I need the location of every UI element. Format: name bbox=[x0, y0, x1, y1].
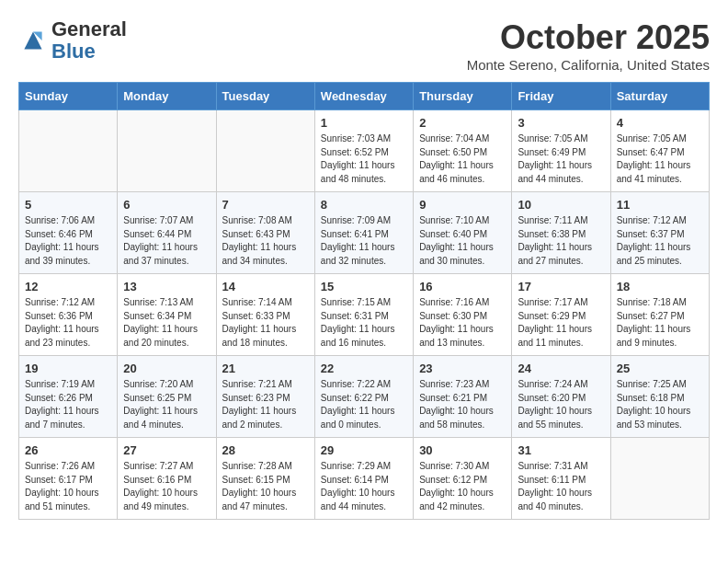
day-info: Sunrise: 7:21 AM Sunset: 6:23 PM Dayligh… bbox=[222, 378, 309, 431]
day-number: 19 bbox=[25, 362, 111, 375]
table-row: 7Sunrise: 7:08 AM Sunset: 6:43 PM Daylig… bbox=[216, 192, 314, 274]
table-row: 9Sunrise: 7:10 AM Sunset: 6:40 PM Daylig… bbox=[414, 192, 512, 274]
day-number: 28 bbox=[222, 443, 309, 457]
table-row: 12Sunrise: 7:12 AM Sunset: 6:36 PM Dayli… bbox=[19, 274, 118, 356]
day-info: Sunrise: 7:05 AM Sunset: 6:47 PM Dayligh… bbox=[617, 132, 703, 186]
day-info: Sunrise: 7:31 AM Sunset: 6:11 PM Dayligh… bbox=[518, 460, 604, 513]
day-info: Sunrise: 7:27 AM Sunset: 6:16 PM Dayligh… bbox=[123, 460, 210, 513]
month-title: October 2025 bbox=[467, 18, 710, 57]
day-info: Sunrise: 7:18 AM Sunset: 6:27 PM Dayligh… bbox=[617, 296, 703, 350]
day-info: Sunrise: 7:16 AM Sunset: 6:30 PM Dayligh… bbox=[419, 296, 506, 350]
day-info: Sunrise: 7:08 AM Sunset: 6:43 PM Dayligh… bbox=[222, 214, 309, 268]
table-row: 8Sunrise: 7:09 AM Sunset: 6:41 PM Daylig… bbox=[314, 192, 413, 274]
day-number: 8 bbox=[321, 198, 407, 212]
table-row: 15Sunrise: 7:15 AM Sunset: 6:31 PM Dayli… bbox=[314, 274, 413, 356]
day-number: 31 bbox=[518, 443, 604, 457]
table-row: 27Sunrise: 7:27 AM Sunset: 6:16 PM Dayli… bbox=[118, 438, 216, 520]
day-number: 10 bbox=[518, 198, 604, 212]
day-info: Sunrise: 7:09 AM Sunset: 6:41 PM Dayligh… bbox=[321, 214, 407, 268]
table-row: 6Sunrise: 7:07 AM Sunset: 6:44 PM Daylig… bbox=[118, 192, 216, 274]
day-info: Sunrise: 7:22 AM Sunset: 6:22 PM Dayligh… bbox=[321, 378, 407, 431]
day-info: Sunrise: 7:30 AM Sunset: 6:12 PM Dayligh… bbox=[419, 460, 506, 513]
day-number: 18 bbox=[617, 280, 703, 293]
day-number: 15 bbox=[321, 280, 407, 293]
table-row bbox=[610, 438, 709, 520]
day-number: 30 bbox=[419, 443, 506, 457]
day-number: 22 bbox=[321, 362, 407, 375]
day-info: Sunrise: 7:25 AM Sunset: 6:18 PM Dayligh… bbox=[617, 378, 703, 431]
table-row: 14Sunrise: 7:14 AM Sunset: 6:33 PM Dayli… bbox=[216, 274, 314, 356]
col-friday: Friday bbox=[512, 83, 610, 110]
day-number: 14 bbox=[222, 280, 309, 293]
table-row bbox=[118, 110, 216, 192]
table-row: 29Sunrise: 7:29 AM Sunset: 6:14 PM Dayli… bbox=[314, 438, 413, 520]
table-row: 5Sunrise: 7:06 AM Sunset: 6:46 PM Daylig… bbox=[19, 192, 118, 274]
calendar-body: 1Sunrise: 7:03 AM Sunset: 6:52 PM Daylig… bbox=[19, 110, 710, 520]
day-info: Sunrise: 7:26 AM Sunset: 6:17 PM Dayligh… bbox=[25, 460, 111, 513]
day-info: Sunrise: 7:29 AM Sunset: 6:14 PM Dayligh… bbox=[321, 460, 407, 513]
day-info: Sunrise: 7:14 AM Sunset: 6:33 PM Dayligh… bbox=[222, 296, 309, 350]
day-info: Sunrise: 7:15 AM Sunset: 6:31 PM Dayligh… bbox=[321, 296, 407, 350]
day-info: Sunrise: 7:05 AM Sunset: 6:49 PM Dayligh… bbox=[518, 132, 604, 186]
table-row bbox=[19, 110, 118, 192]
day-info: Sunrise: 7:12 AM Sunset: 6:37 PM Dayligh… bbox=[617, 214, 703, 268]
day-info: Sunrise: 7:24 AM Sunset: 6:20 PM Dayligh… bbox=[518, 378, 604, 431]
day-info: Sunrise: 7:03 AM Sunset: 6:52 PM Dayligh… bbox=[321, 132, 407, 186]
logo-icon bbox=[18, 26, 48, 55]
col-thursday: Thursday bbox=[414, 83, 512, 110]
day-number: 23 bbox=[419, 362, 506, 375]
logo: General Blue bbox=[18, 18, 127, 63]
day-info: Sunrise: 7:10 AM Sunset: 6:40 PM Dayligh… bbox=[419, 214, 506, 268]
calendar-table: Sunday Monday Tuesday Wednesday Thursday… bbox=[18, 82, 710, 520]
day-number: 2 bbox=[419, 116, 506, 130]
col-monday: Monday bbox=[118, 83, 216, 110]
day-info: Sunrise: 7:07 AM Sunset: 6:44 PM Dayligh… bbox=[123, 214, 210, 268]
day-info: Sunrise: 7:19 AM Sunset: 6:26 PM Dayligh… bbox=[25, 378, 111, 431]
table-row bbox=[216, 110, 314, 192]
table-row: 17Sunrise: 7:17 AM Sunset: 6:29 PM Dayli… bbox=[512, 274, 610, 356]
day-number: 29 bbox=[321, 443, 407, 457]
table-row: 30Sunrise: 7:30 AM Sunset: 6:12 PM Dayli… bbox=[414, 438, 512, 520]
col-wednesday: Wednesday bbox=[314, 83, 413, 110]
table-row: 4Sunrise: 7:05 AM Sunset: 6:47 PM Daylig… bbox=[610, 110, 709, 192]
page-header: General Blue October 2025 Monte Sereno, … bbox=[18, 18, 710, 73]
day-number: 25 bbox=[617, 362, 703, 375]
calendar-header: Sunday Monday Tuesday Wednesday Thursday… bbox=[19, 83, 710, 110]
day-number: 24 bbox=[518, 362, 604, 375]
day-info: Sunrise: 7:17 AM Sunset: 6:29 PM Dayligh… bbox=[518, 296, 604, 350]
table-row: 31Sunrise: 7:31 AM Sunset: 6:11 PM Dayli… bbox=[512, 438, 610, 520]
table-row: 13Sunrise: 7:13 AM Sunset: 6:34 PM Dayli… bbox=[118, 274, 216, 356]
table-row: 16Sunrise: 7:16 AM Sunset: 6:30 PM Dayli… bbox=[414, 274, 512, 356]
day-info: Sunrise: 7:20 AM Sunset: 6:25 PM Dayligh… bbox=[123, 378, 210, 431]
day-number: 13 bbox=[123, 280, 210, 293]
day-info: Sunrise: 7:04 AM Sunset: 6:50 PM Dayligh… bbox=[419, 132, 506, 186]
table-row: 19Sunrise: 7:19 AM Sunset: 6:26 PM Dayli… bbox=[19, 356, 118, 438]
day-info: Sunrise: 7:11 AM Sunset: 6:38 PM Dayligh… bbox=[518, 214, 604, 268]
day-number: 21 bbox=[222, 362, 309, 375]
day-number: 17 bbox=[518, 280, 604, 293]
day-number: 4 bbox=[617, 116, 703, 130]
day-info: Sunrise: 7:28 AM Sunset: 6:15 PM Dayligh… bbox=[222, 460, 309, 513]
day-number: 27 bbox=[123, 443, 210, 457]
location: Monte Sereno, California, United States bbox=[467, 57, 710, 73]
col-saturday: Saturday bbox=[610, 83, 709, 110]
table-row: 20Sunrise: 7:20 AM Sunset: 6:25 PM Dayli… bbox=[118, 356, 216, 438]
table-row: 26Sunrise: 7:26 AM Sunset: 6:17 PM Dayli… bbox=[19, 438, 118, 520]
col-sunday: Sunday bbox=[19, 83, 118, 110]
table-row: 21Sunrise: 7:21 AM Sunset: 6:23 PM Dayli… bbox=[216, 356, 314, 438]
day-number: 9 bbox=[419, 198, 506, 212]
day-info: Sunrise: 7:13 AM Sunset: 6:34 PM Dayligh… bbox=[123, 296, 210, 350]
day-number: 11 bbox=[617, 198, 703, 212]
day-number: 6 bbox=[123, 198, 210, 212]
table-row: 11Sunrise: 7:12 AM Sunset: 6:37 PM Dayli… bbox=[610, 192, 709, 274]
col-tuesday: Tuesday bbox=[216, 83, 314, 110]
logo-text: General Blue bbox=[51, 18, 127, 63]
table-row: 3Sunrise: 7:05 AM Sunset: 6:49 PM Daylig… bbox=[512, 110, 610, 192]
day-info: Sunrise: 7:23 AM Sunset: 6:21 PM Dayligh… bbox=[419, 378, 506, 431]
table-row: 24Sunrise: 7:24 AM Sunset: 6:20 PM Dayli… bbox=[512, 356, 610, 438]
day-number: 3 bbox=[518, 116, 604, 130]
table-row: 2Sunrise: 7:04 AM Sunset: 6:50 PM Daylig… bbox=[414, 110, 512, 192]
day-number: 1 bbox=[321, 116, 407, 130]
table-row: 22Sunrise: 7:22 AM Sunset: 6:22 PM Dayli… bbox=[314, 356, 413, 438]
day-number: 5 bbox=[25, 198, 111, 212]
